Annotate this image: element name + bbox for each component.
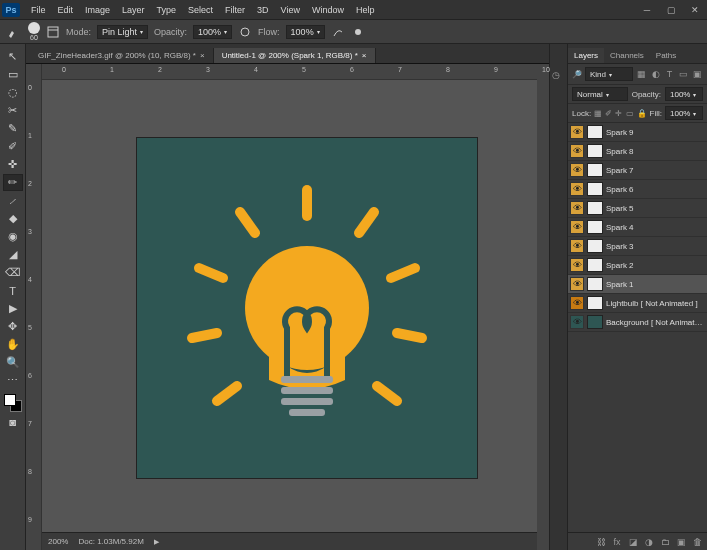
menu-3d[interactable]: 3D xyxy=(252,3,274,17)
layer-name[interactable]: Spark 2 xyxy=(606,261,704,270)
tool-16[interactable]: ✋ xyxy=(3,336,23,353)
layer-thumbnail[interactable] xyxy=(587,163,603,177)
close-tab-icon[interactable]: × xyxy=(200,51,205,60)
lock-all-icon[interactable]: 🔒 xyxy=(637,108,647,119)
visibility-toggle[interactable]: 👁 xyxy=(570,296,584,310)
menu-select[interactable]: Select xyxy=(183,3,218,17)
layer-thumbnail[interactable] xyxy=(587,277,603,291)
tool-5[interactable]: ✐ xyxy=(3,138,23,155)
layer-thumbnail[interactable] xyxy=(587,201,603,215)
layer-thumbnail[interactable] xyxy=(587,125,603,139)
layer-name[interactable]: Spark 3 xyxy=(606,242,704,251)
lock-paint-icon[interactable]: ✐ xyxy=(605,108,612,119)
opacity-input[interactable]: 100%▾ xyxy=(193,25,232,39)
layer-name[interactable]: Lightbulb [ Not Animated ] xyxy=(606,299,704,308)
link-layers-icon[interactable]: ⛓ xyxy=(595,536,607,548)
layer-thumbnail[interactable] xyxy=(587,182,603,196)
status-menu-icon[interactable]: ▶ xyxy=(154,538,159,546)
layer-name[interactable]: Spark 6 xyxy=(606,185,704,194)
tool-1[interactable]: ▭ xyxy=(3,66,23,83)
layer-thumbnail[interactable] xyxy=(587,258,603,272)
pressure-size-icon[interactable] xyxy=(351,25,365,39)
airbrush-icon[interactable] xyxy=(331,25,345,39)
layer-name[interactable]: Spark 5 xyxy=(606,204,704,213)
delete-layer-icon[interactable]: 🗑 xyxy=(691,536,703,548)
layer-row[interactable]: 👁Spark 2 xyxy=(568,256,707,275)
filter-adjust-icon[interactable]: ◐ xyxy=(650,69,661,80)
menu-type[interactable]: Type xyxy=(152,3,182,17)
tool-10[interactable]: ◉ xyxy=(3,228,23,245)
zoom-level[interactable]: 200% xyxy=(48,537,68,546)
layer-opacity-input[interactable]: 100%▾ xyxy=(665,87,703,101)
pressure-opacity-icon[interactable] xyxy=(238,25,252,39)
filter-type-icon[interactable]: T xyxy=(664,69,675,80)
tool-12[interactable]: ⌫ xyxy=(3,264,23,281)
vertical-ruler[interactable]: 012345678910 xyxy=(26,64,42,550)
flow-input[interactable]: 100%▾ xyxy=(286,25,325,39)
filter-pixel-icon[interactable]: ▦ xyxy=(636,69,647,80)
color-swatches[interactable] xyxy=(4,394,22,412)
layer-mask-icon[interactable]: ◪ xyxy=(627,536,639,548)
layer-thumbnail[interactable] xyxy=(587,296,603,310)
quick-mask-button[interactable]: ◙ xyxy=(3,413,23,430)
tool-7[interactable]: ✏ xyxy=(3,174,23,191)
adjustment-layer-icon[interactable]: ◑ xyxy=(643,536,655,548)
filter-shape-icon[interactable]: ▭ xyxy=(678,69,689,80)
layer-row[interactable]: 👁Spark 3 xyxy=(568,237,707,256)
layer-group-icon[interactable]: 🗀 xyxy=(659,536,671,548)
minimize-button[interactable]: ─ xyxy=(637,4,657,16)
layer-row[interactable]: 👁Spark 1 xyxy=(568,275,707,294)
close-tab-icon[interactable]: × xyxy=(362,51,367,60)
menu-image[interactable]: Image xyxy=(80,3,115,17)
menu-help[interactable]: Help xyxy=(351,3,380,17)
menu-edit[interactable]: Edit xyxy=(53,3,79,17)
layer-name[interactable]: Spark 1 xyxy=(606,280,704,289)
tool-preset-picker[interactable] xyxy=(4,23,22,41)
visibility-toggle[interactable]: 👁 xyxy=(570,220,584,234)
layer-thumbnail[interactable] xyxy=(587,239,603,253)
tool-18[interactable]: ⋯ xyxy=(3,372,23,389)
layer-thumbnail[interactable] xyxy=(587,144,603,158)
layer-thumbnail[interactable] xyxy=(587,315,603,329)
layer-row[interactable]: 👁Spark 6 xyxy=(568,180,707,199)
tool-14[interactable]: ▶ xyxy=(3,300,23,317)
close-button[interactable]: ✕ xyxy=(685,4,705,16)
history-panel-icon[interactable]: ◷ xyxy=(552,70,566,84)
visibility-toggle[interactable]: 👁 xyxy=(570,239,584,253)
layer-row[interactable]: 👁Spark 8 xyxy=(568,142,707,161)
layer-thumbnail[interactable] xyxy=(587,220,603,234)
layer-row[interactable]: 👁Spark 4 xyxy=(568,218,707,237)
visibility-toggle[interactable]: 👁 xyxy=(570,315,584,329)
visibility-toggle[interactable]: 👁 xyxy=(570,277,584,291)
visibility-toggle[interactable]: 👁 xyxy=(570,125,584,139)
layer-fx-icon[interactable]: fx xyxy=(611,536,623,548)
doc-size[interactable]: Doc: 1.03M/5.92M xyxy=(78,537,143,546)
tool-6[interactable]: ✜ xyxy=(3,156,23,173)
blend-mode-select[interactable]: Pin Light▾ xyxy=(97,25,148,39)
layer-name[interactable]: Spark 8 xyxy=(606,147,704,156)
layer-name[interactable]: Background [ Not Animated ] xyxy=(606,318,704,327)
visibility-toggle[interactable]: 👁 xyxy=(570,144,584,158)
lock-position-icon[interactable]: ✛ xyxy=(615,108,622,119)
new-layer-icon[interactable]: ▣ xyxy=(675,536,687,548)
vertical-scrollbar[interactable] xyxy=(537,64,549,550)
visibility-toggle[interactable]: 👁 xyxy=(570,163,584,177)
tool-3[interactable]: ✂ xyxy=(3,102,23,119)
tool-17[interactable]: 🔍 xyxy=(3,354,23,371)
fill-input[interactable]: 100%▾ xyxy=(665,106,703,120)
tool-4[interactable]: ✎ xyxy=(3,120,23,137)
tool-13[interactable]: T xyxy=(3,282,23,299)
tool-0[interactable]: ↖ xyxy=(3,48,23,65)
filter-kind-select[interactable]: Kind▾ xyxy=(585,67,633,81)
menu-layer[interactable]: Layer xyxy=(117,3,150,17)
tool-11[interactable]: ◢ xyxy=(3,246,23,263)
tab-layers[interactable]: Layers xyxy=(568,48,604,63)
tab-paths[interactable]: Paths xyxy=(650,48,682,63)
layer-row[interactable]: 👁Spark 9 xyxy=(568,123,707,142)
tool-15[interactable]: ✥ xyxy=(3,318,23,335)
menu-file[interactable]: File xyxy=(26,3,51,17)
filter-smart-icon[interactable]: ▣ xyxy=(692,69,703,80)
brush-preset-picker[interactable]: 60 xyxy=(28,22,40,41)
layer-row[interactable]: 👁Spark 7 xyxy=(568,161,707,180)
visibility-toggle[interactable]: 👁 xyxy=(570,258,584,272)
